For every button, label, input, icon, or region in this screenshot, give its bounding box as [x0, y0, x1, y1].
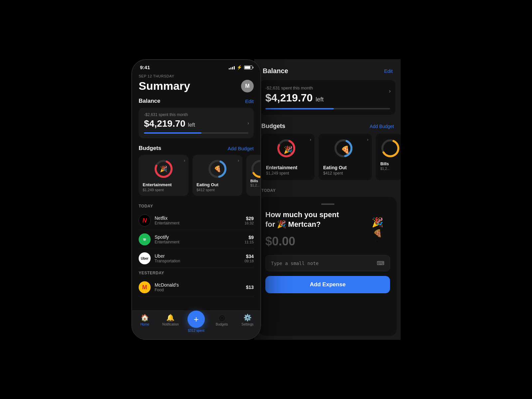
avatar[interactable]: M [241, 80, 254, 92]
panel-budget-chevron: › [310, 137, 311, 142]
netflix-amount: $29 [244, 216, 254, 221]
modal-note-input[interactable]: Type a small note ⌨ [265, 255, 390, 271]
tab-settings[interactable]: ⚙️ Settings [235, 314, 260, 332]
panel-budget-name-bills: Bills [380, 162, 398, 166]
budgets-section: Budgets Add Budget › � [132, 145, 260, 201]
settings-icon: ⚙️ [243, 314, 252, 322]
budget-card-entertainment[interactable]: › 🎉 Entertainment $1,249 spent [139, 155, 189, 196]
panel-budget-bills[interactable]: Bills $1,2... [376, 134, 401, 180]
pizza-emoji: 🍕 [373, 229, 382, 238]
wifi-icon: ⚡ [237, 65, 242, 70]
budget-name-eating-out: Eating Out [197, 182, 238, 187]
tab-home[interactable]: 🏠 Home [132, 314, 158, 332]
date-label: SEP 12 THURSDAY [132, 70, 260, 78]
budgets-section-header: Budgets Add Budget [132, 145, 260, 155]
budget-emoji-entertainment: 🎉 [160, 165, 167, 173]
balance-section-header: Balance Edit [132, 98, 260, 108]
phone-screen: 9:41 ⚡ SEP 12 THURSDAY [132, 60, 260, 339]
right-panel: Balance Edit › -$2,631 spent this month … [254, 59, 401, 340]
home-icon: 🏠 [141, 314, 149, 322]
mcdonalds-info: McDonald's Food [155, 282, 246, 292]
phone-content[interactable]: SEP 12 THURSDAY Summary M Balance Edit -… [132, 70, 260, 311]
spotify-time: 11:15 [244, 240, 254, 244]
status-icons: ⚡ [229, 65, 252, 70]
balance-title: Balance [139, 98, 160, 104]
add-expense-button[interactable]: Add Expense [265, 276, 390, 293]
panel-today-label: TODAY [255, 186, 401, 193]
transaction-mcdonalds[interactable]: M McDonald's Food $13 [139, 278, 254, 297]
balance-progress-fill [144, 132, 201, 134]
uber-time: 09:18 [244, 259, 254, 263]
budget-name-entertainment: Entertainment [143, 182, 185, 187]
balance-amount: $4,219.70 left [144, 118, 248, 129]
spotify-name: Spotify [155, 234, 244, 240]
uber-name: Uber [155, 253, 244, 259]
modal-amount: $0.00 [265, 234, 390, 248]
budget-spent-eating-out: $412 spent [197, 188, 238, 192]
spotify-category: Entertainment [155, 240, 244, 244]
budget-donut-bills [250, 159, 260, 176]
panel-edit-button[interactable]: Edit [384, 68, 393, 74]
panel-budgets-header: Budgets Add Budget [255, 120, 401, 134]
spotify-amount: $9 [244, 235, 254, 240]
phone-frame: 9:41 ⚡ SEP 12 THURSDAY [131, 59, 261, 340]
mcdonalds-amount-block: $13 [246, 285, 254, 290]
budgets-title: Budgets [139, 145, 161, 152]
add-budget-button[interactable]: Add Budget [228, 146, 254, 151]
modal-note-placeholder: Type a small note [271, 261, 319, 266]
panel-budget-spent-eating-out: $412 spent [323, 171, 367, 176]
status-bar: 9:41 ⚡ [132, 60, 260, 70]
spotify-logo [139, 233, 151, 245]
signal-icon [229, 66, 235, 69]
mcdonalds-category: Food [155, 288, 246, 292]
netflix-category: Entertainment [155, 221, 244, 225]
transaction-uber[interactable]: Uber Uber Transportation $34 09:18 [139, 249, 254, 268]
transaction-netflix[interactable]: N Netflix Entertainment $29 16:32 [139, 211, 254, 230]
panel-emoji-eating-out: 🍕 [341, 146, 350, 154]
mcdonalds-amount: $13 [246, 285, 254, 290]
uber-amount: $34 [244, 254, 254, 259]
panel-balance-fill [265, 108, 334, 109]
modal-drag-handle[interactable] [321, 203, 334, 205]
panel-budget-eating-out[interactable]: › 🍕 Eating Out $412 spent [319, 134, 372, 180]
balance-card[interactable]: -$2,631 spent this month $4,219.70 left … [139, 108, 254, 138]
budget-name-bills: Bills [250, 179, 260, 183]
battery-icon [244, 66, 252, 69]
budgets-tab-icon: ◎ [219, 314, 225, 322]
page-title: Summary [139, 79, 190, 92]
panel-balance-title: Balance [263, 67, 288, 75]
fab-add-button[interactable]: + [188, 311, 205, 328]
budget-chevron-icon: › [184, 158, 185, 163]
tab-budgets[interactable]: ◎ Budgets [209, 314, 235, 332]
panel-budget-name-eating-out: Eating Out [323, 165, 367, 170]
uber-category: Transportation [155, 259, 244, 263]
transaction-spotify[interactable]: Spotify Entertainment $9 11:15 [139, 230, 254, 249]
panel-header: Balance Edit [255, 59, 401, 80]
panel-balance-card[interactable]: › -$2,631 spent this month $4,219.70 lef… [260, 80, 395, 115]
keyboard-icon: ⌨ [377, 260, 384, 266]
panel-balance-bar [265, 108, 390, 109]
panel-budget-chevron: › [367, 137, 368, 142]
panel-budget-entertainment[interactable]: › 🎉 Entertainment $1,249 spent [261, 134, 315, 180]
balance-chevron-icon: › [247, 120, 249, 126]
panel-add-budget-button[interactable]: Add Budget [370, 124, 394, 129]
budget-card-bills[interactable]: Bills $1,2... [246, 155, 260, 196]
panel-emoji-entertainment: 🎉 [284, 146, 293, 154]
panel-budget-spent-entertainment: $1,249 spent [266, 171, 310, 176]
modal-question: How much you spentfor 🎉 Mertcan? [265, 210, 390, 229]
budget-card-eating-out[interactable]: › 🍕 Eating Out $412 spent [193, 155, 242, 196]
budget-donut-entertainment: 🎉 [154, 159, 174, 179]
spotify-info: Spotify Entertainment [155, 234, 244, 244]
netflix-time: 16:32 [244, 221, 254, 225]
panel-budgets-list[interactable]: › 🎉 Entertainment $1,249 spent › [255, 134, 401, 186]
panel-budget-spent-bills: $1,2... [380, 167, 398, 171]
party-emoji: 🎉 [372, 217, 383, 228]
tab-home-label: Home [140, 323, 149, 326]
uber-amount-block: $34 09:18 [244, 254, 254, 263]
panel-donut-eating-out: 🍕 [333, 138, 357, 162]
status-time: 9:41 [140, 65, 150, 70]
netflix-name: Netflix [155, 215, 244, 221]
balance-edit-button[interactable]: Edit [245, 98, 254, 104]
budgets-list[interactable]: › 🎉 Entertainment $1,249 spent [132, 155, 260, 196]
tab-notification[interactable]: 🔔 Notification [158, 314, 183, 332]
